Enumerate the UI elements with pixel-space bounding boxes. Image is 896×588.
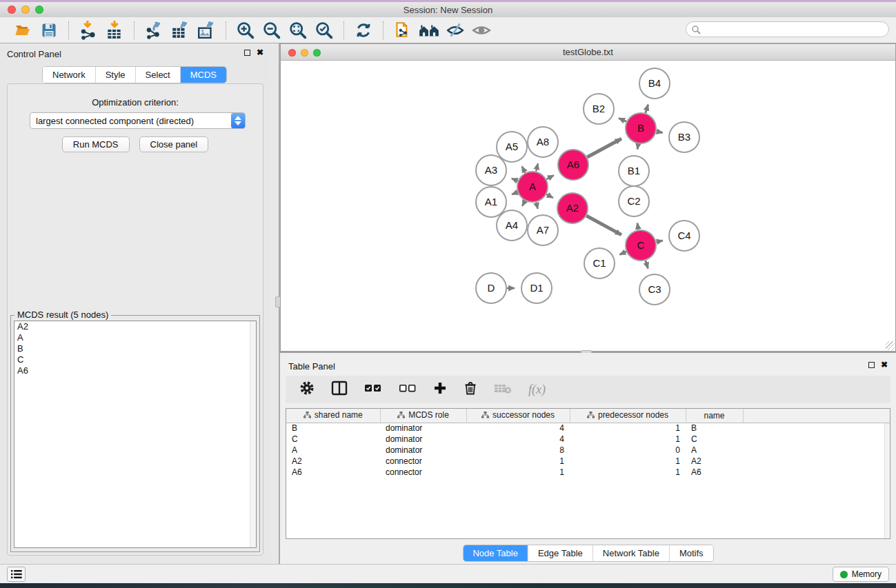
graph-node-C1[interactable]: C1 (584, 248, 615, 278)
graph-node-B4[interactable]: B4 (639, 68, 670, 99)
graph-edge[interactable] (546, 194, 552, 198)
tab-node-table[interactable]: Node Table (463, 545, 528, 561)
float-table-panel-icon[interactable] (868, 362, 875, 368)
table-row[interactable]: Cdominator41C (286, 434, 890, 445)
graph-edge[interactable] (646, 105, 648, 113)
zoom-in-icon[interactable] (232, 19, 259, 41)
zoom-selected-icon[interactable] (311, 19, 337, 41)
settings-gear-icon[interactable] (299, 381, 315, 398)
column-header[interactable]: predecessor nodes (570, 409, 686, 423)
graph-node-D1[interactable]: D1 (521, 273, 552, 303)
table-cell[interactable]: A2 (686, 456, 743, 467)
table-cell[interactable]: B (286, 423, 380, 434)
function-builder-icon[interactable]: f(x) (528, 383, 546, 397)
graph-node-D[interactable]: D (476, 273, 506, 303)
graph-node-A3[interactable]: A3 (476, 155, 506, 185)
network-window-titlebar[interactable]: testGlobe.txt (281, 44, 895, 61)
close-window-button[interactable] (8, 6, 16, 14)
table-cell[interactable]: connector (380, 456, 466, 467)
table-cell[interactable]: connector (380, 467, 466, 478)
graph-edge[interactable] (546, 175, 554, 179)
save-session-icon[interactable] (36, 19, 62, 41)
close-panel-icon[interactable]: ✖ (257, 49, 263, 56)
tab-network[interactable]: Network (43, 67, 95, 83)
tab-select[interactable]: Select (135, 67, 180, 83)
table-cell[interactable]: 8 (466, 445, 570, 456)
table-cell[interactable]: A (686, 445, 743, 456)
list-item[interactable]: C (14, 354, 256, 365)
zoom-fit-icon[interactable] (285, 19, 311, 41)
houses-icon[interactable] (416, 19, 442, 41)
export-table-icon[interactable] (167, 19, 193, 41)
graph-edge[interactable] (656, 241, 662, 242)
search-input[interactable] (704, 23, 888, 36)
table-cell[interactable]: A6 (286, 467, 380, 478)
table-cell[interactable]: 1 (466, 467, 570, 478)
tab-network-table[interactable]: Network Table (593, 545, 669, 561)
close-panel-button[interactable]: Close panel (139, 136, 209, 152)
list-item[interactable]: A2 (14, 321, 256, 332)
table-cell[interactable]: 4 (466, 434, 570, 445)
table-cell[interactable]: C (686, 434, 743, 445)
table-cell[interactable]: dominator (380, 445, 466, 456)
column-header[interactable]: name (686, 409, 743, 423)
graph-edge[interactable] (619, 118, 626, 121)
table-cell[interactable]: 1 (570, 467, 686, 478)
graph-edge[interactable] (522, 201, 525, 206)
show-graphics-details-icon[interactable] (468, 19, 495, 41)
search-field[interactable] (686, 21, 889, 37)
graph-node-C4[interactable]: C4 (669, 221, 699, 251)
network-zoom-button[interactable] (313, 49, 321, 57)
table-row[interactable]: Bdominator41B (286, 423, 890, 434)
window-resize-grip[interactable] (886, 341, 895, 350)
graph-edge[interactable] (587, 139, 621, 157)
graph-node-C[interactable]: C (626, 230, 656, 261)
list-item[interactable]: B (14, 343, 256, 354)
table-cell[interactable]: dominator (380, 423, 466, 434)
table-cell[interactable]: dominator (380, 434, 466, 445)
graph-edge[interactable] (586, 216, 621, 235)
open-session-icon[interactable] (10, 19, 36, 41)
graph-edge[interactable] (512, 179, 518, 181)
column-header[interactable]: MCDS role (380, 409, 466, 423)
graph-node-A[interactable]: A (517, 172, 548, 202)
table-cell[interactable]: 0 (570, 445, 686, 456)
graph-edge[interactable] (536, 163, 538, 171)
column-header[interactable]: shared name (286, 409, 380, 423)
run-mcds-button[interactable]: Run MCDS (62, 136, 130, 152)
table-cell[interactable]: 1 (570, 456, 686, 467)
table-cell[interactable]: A (286, 445, 380, 456)
graph-edge[interactable] (522, 166, 526, 172)
graph-edge[interactable] (657, 132, 663, 133)
mcds-list-scrollbar[interactable] (250, 321, 256, 547)
show-columns-icon[interactable] (331, 381, 348, 398)
memory-button[interactable]: Memory (833, 567, 889, 582)
tab-mcds[interactable]: MCDS (180, 67, 226, 83)
criterion-dropdown[interactable]: largest connected component (directed) (30, 112, 246, 129)
deselect-all-icon[interactable] (399, 383, 417, 396)
zoom-out-icon[interactable] (259, 19, 285, 41)
table-scrollbar[interactable] (884, 423, 890, 538)
graph-edge[interactable] (637, 223, 639, 230)
graph-node-A1[interactable]: A1 (476, 187, 506, 217)
graph-node-C3[interactable]: C3 (639, 274, 670, 305)
delete-column-icon[interactable] (464, 381, 477, 398)
table-cell[interactable]: 1 (570, 434, 686, 445)
graph-node-B3[interactable]: B3 (669, 122, 699, 152)
graph-edge[interactable] (536, 202, 537, 208)
export-network-icon[interactable] (141, 19, 167, 41)
tab-edge-table[interactable]: Edge Table (528, 545, 593, 561)
network-canvas[interactable]: B4B2BB3B1A5A8A6A3AA1C2A2A4A7C4CC1C3DD1 (281, 61, 895, 351)
graph-node-B[interactable]: B (626, 113, 656, 143)
graph-node-A5[interactable]: A5 (497, 132, 527, 162)
import-table-icon[interactable] (101, 19, 128, 41)
float-panel-icon[interactable] (244, 50, 250, 56)
import-network-icon[interactable] (75, 19, 101, 41)
hide-graphics-details-icon[interactable] (442, 19, 468, 41)
graph-node-B1[interactable]: B1 (619, 156, 649, 186)
graph-edge[interactable] (512, 192, 517, 194)
export-image-icon[interactable] (193, 19, 219, 41)
table-cell[interactable]: A6 (686, 467, 743, 478)
table-cell[interactable]: 1 (466, 456, 570, 467)
table-cell[interactable]: A2 (286, 456, 380, 467)
